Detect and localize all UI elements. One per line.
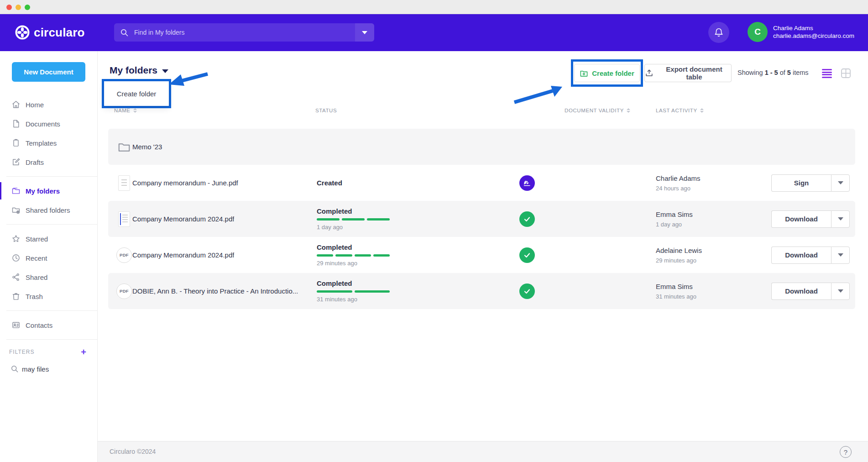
document-validity-cell (510, 273, 544, 309)
new-document-button[interactable]: New Document (12, 62, 85, 82)
menu-item-create-folder[interactable]: Create folder (117, 90, 157, 98)
sidebar-item-starred[interactable]: Starred (0, 229, 97, 248)
download-button[interactable]: Download (771, 283, 831, 300)
chevron-down-icon (838, 253, 843, 257)
help-button[interactable]: ? (840, 446, 852, 458)
export-document-table-button[interactable]: Export document table (644, 64, 732, 82)
file-name[interactable]: DOBIE, Ann B. - Theory into Practice - A… (132, 273, 298, 309)
sidebar-item-trash[interactable]: Trash (0, 287, 97, 306)
chevron-down-icon (838, 181, 843, 184)
sidebar-item-label: Drafts (26, 158, 44, 166)
add-filter-button[interactable]: + (81, 347, 86, 357)
download-button[interactable]: Download (771, 247, 831, 264)
template-icon (11, 138, 21, 148)
status-cell: Completed1 day ago (317, 201, 426, 237)
grid-view-icon (840, 68, 852, 79)
search-scope-dropdown[interactable] (355, 23, 374, 42)
zoom-window-button[interactable] (25, 5, 30, 10)
sidebar-item-contacts[interactable]: Contacts (0, 315, 97, 335)
document-row[interactable]: Company memorandum - June.pdfCreatedChar… (108, 165, 855, 201)
document-icon (11, 119, 21, 129)
minimize-window-button[interactable] (16, 5, 21, 10)
home-icon (11, 100, 21, 110)
footer: Circularo ©2024 ? (98, 441, 868, 462)
last-activity-cell: Charlie Adams24 hours ago (656, 165, 756, 201)
sort-icon (627, 108, 630, 113)
user-avatar: C (748, 22, 768, 42)
sidebar-item-recent[interactable]: Recent (0, 248, 97, 268)
create-folder-button[interactable]: Create folder (574, 64, 640, 82)
completed-badge (519, 247, 535, 263)
sidebar-nav: HomeDocumentsTemplatesDraftsMy foldersSh… (0, 95, 97, 378)
status-cell: Completed29 minutes ago (317, 237, 426, 273)
user-menu[interactable]: C Charlie Adams charlie.adams@circularo.… (748, 22, 868, 42)
status-cell: Created (317, 165, 426, 201)
search-placeholder: Find in My folders (134, 29, 184, 36)
saved-filter-item[interactable]: may files (0, 360, 97, 378)
action-dropdown-caret[interactable] (831, 174, 850, 192)
chevron-down-icon (362, 31, 367, 34)
sidebar-item-home[interactable]: Home (0, 95, 97, 114)
column-header-document-validity[interactable]: DOCUMENT VALIDITY (565, 108, 630, 113)
activity-time: 24 hours ago (656, 185, 756, 192)
sidebar-item-templates[interactable]: Templates (0, 133, 97, 152)
saved-filter-label: may files (22, 365, 49, 373)
draft-icon (11, 157, 21, 167)
sidebar-item-drafts[interactable]: Drafts (0, 152, 97, 172)
folder-title-dropdown[interactable]: My folders (110, 65, 168, 76)
export-icon (645, 69, 654, 78)
folder-name[interactable]: Memo '23 (132, 129, 162, 165)
sidebar-item-shared[interactable]: Shared (0, 268, 97, 287)
sidebar-item-documents[interactable]: Documents (0, 114, 97, 133)
document-row[interactable]: PDFCompany Memorandum 2024.pdfCompleted2… (108, 237, 855, 273)
document-validity-cell (510, 201, 544, 237)
global-search[interactable]: Find in My folders (114, 23, 374, 42)
grid-view-toggle[interactable] (840, 68, 852, 79)
sidebar-item-label: Templates (26, 139, 57, 147)
file-name[interactable]: Company Memorandum 2024.pdf (132, 201, 234, 237)
column-header-last-activity[interactable]: LAST ACTIVITY (656, 108, 704, 113)
share-icon (11, 272, 21, 282)
status-label: Completed (317, 207, 426, 215)
clock-icon (11, 253, 21, 263)
sidebar-item-my-folders[interactable]: My folders (0, 181, 97, 200)
action-dropdown-caret[interactable] (831, 210, 850, 228)
column-header-name[interactable]: NAME (114, 108, 137, 113)
search-icon (120, 29, 128, 37)
folder-row[interactable]: Memo '23 (108, 129, 855, 165)
search-icon (10, 364, 19, 373)
annotation-highlight-box: Create folder (571, 59, 643, 87)
table-header: NAMESTATUSDOCUMENT VALIDITYLAST ACTIVITY (98, 108, 868, 117)
download-button[interactable]: Download (771, 210, 831, 228)
showing-items-count: Showing 1 - 5 of 5 items (737, 69, 809, 76)
document-row[interactable]: PDFDOBIE, Ann B. - Theory into Practice … (108, 273, 855, 309)
action-dropdown-caret[interactable] (831, 283, 850, 300)
sidebar-item-shared-folders[interactable]: Shared folders (0, 200, 97, 220)
sign-button[interactable]: Sign (771, 174, 831, 192)
action-dropdown-caret[interactable] (831, 247, 850, 264)
file-name[interactable]: Company memorandum - June.pdf (132, 165, 238, 201)
sidebar-item-label: Home (26, 101, 44, 109)
sidebar-item-label: Trash (26, 293, 43, 300)
sidebar-item-label: Starred (26, 235, 48, 243)
contacts-icon (11, 320, 21, 330)
file-name[interactable]: Company Memorandum 2024.pdf (132, 237, 234, 273)
document-row[interactable]: Company Memorandum 2024.pdfCompleted1 da… (108, 201, 855, 237)
progress-bar (317, 254, 390, 257)
activity-time: 1 day ago (656, 221, 756, 228)
document-validity-cell (510, 237, 544, 273)
folder-plus-icon (580, 69, 588, 78)
document-table: Memo '23Company memorandum - June.pdfCre… (108, 129, 855, 309)
pdf-icon: PDF (116, 247, 132, 263)
circularo-logo[interactable]: circularo (15, 25, 85, 40)
main-content: My folders Create folder Create folder (98, 51, 868, 462)
notifications-button[interactable] (708, 22, 729, 43)
folder-icon (11, 186, 21, 196)
close-window-button[interactable] (6, 5, 12, 10)
sidebar-item-label: Recent (26, 254, 47, 262)
status-label: Completed (317, 279, 426, 287)
star-icon (11, 234, 21, 244)
annotation-highlight-box: Create folder (102, 79, 171, 108)
divider (6, 310, 97, 311)
list-view-toggle[interactable] (821, 68, 832, 79)
